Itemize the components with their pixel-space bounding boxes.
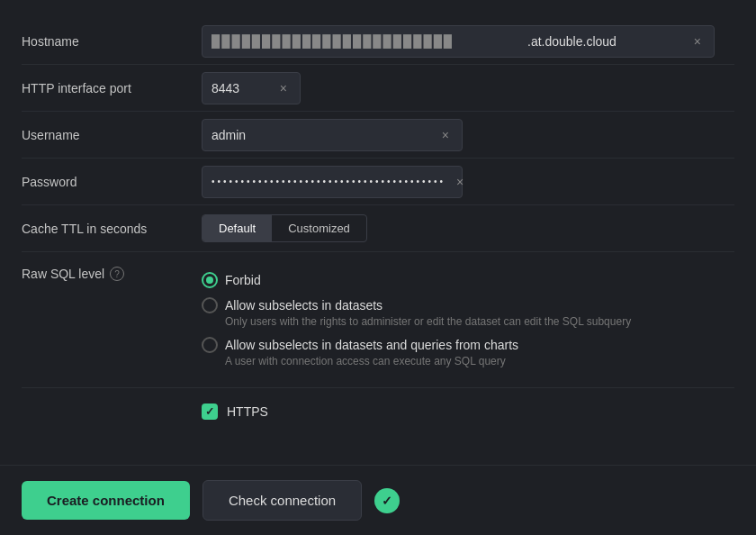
radio-allow-subselects[interactable] xyxy=(202,297,218,313)
cache-ttl-toggle-group: Default Customized xyxy=(202,214,367,242)
check-success-icon: ✓ xyxy=(374,488,400,513)
raw-sql-control: Forbid Allow subselects in datasets Only… xyxy=(202,265,734,375)
radio-option-forbid: Forbid xyxy=(202,272,631,288)
create-connection-button[interactable]: Create connection xyxy=(22,481,190,520)
https-row: ✓ HTTPS xyxy=(22,388,734,435)
radio-allow-all-description: A user with connection access can execut… xyxy=(225,355,631,367)
hostname-suffix: .at.double.cloud xyxy=(527,34,616,49)
raw-sql-label: Raw SQL level ? xyxy=(22,265,202,281)
check-success-checkmark: ✓ xyxy=(382,494,392,508)
http-port-input[interactable]: 8443 × xyxy=(202,72,301,104)
password-label: Password xyxy=(22,175,202,189)
http-port-row: HTTP interface port 8443 × xyxy=(22,65,734,112)
radio-option-all: Allow subselects in datasets and queries… xyxy=(202,337,631,367)
form-container: Hostname ████████████████████████ .at.do… xyxy=(0,0,756,465)
raw-sql-row: Raw SQL level ? Forbid Allow subselects … xyxy=(22,252,734,388)
https-checkbox[interactable]: ✓ xyxy=(202,404,218,420)
username-value: admin xyxy=(212,128,246,142)
hostname-masked-value: ████████████████████████ xyxy=(212,34,454,48)
raw-sql-help-icon[interactable]: ? xyxy=(110,267,124,281)
radio-allow-all-label: Allow subselects in datasets and queries… xyxy=(225,338,518,352)
cache-ttl-control: Default Customized xyxy=(202,214,734,242)
radio-allow-all[interactable] xyxy=(202,337,218,353)
cache-ttl-customized-button[interactable]: Customized xyxy=(272,215,366,241)
check-connection-button[interactable]: Check connection xyxy=(202,480,362,521)
cache-ttl-label: Cache TTL in seconds xyxy=(22,222,202,236)
hostname-control: ████████████████████████ .at.double.clou… xyxy=(202,25,734,58)
radio-allow-subselects-label: Allow subselects in datasets xyxy=(225,298,382,313)
username-label: Username xyxy=(22,128,202,142)
footer: Create connection Check connection ✓ xyxy=(0,465,756,535)
cache-ttl-row: Cache TTL in seconds Default Customized xyxy=(22,205,734,252)
hostname-row: Hostname ████████████████████████ .at.do… xyxy=(22,18,734,65)
username-control: admin × xyxy=(202,119,734,151)
radio-option-subselects: Allow subselects in datasets Only users … xyxy=(202,297,631,328)
hostname-clear-button[interactable]: × xyxy=(690,32,705,50)
radio-forbid[interactable] xyxy=(202,272,218,288)
http-port-value: 8443 xyxy=(212,81,239,95)
https-checkbox-row: ✓ HTTPS xyxy=(202,404,268,420)
password-dots: •••••••••••••••••••••••••••••••••••••••• xyxy=(212,177,446,186)
https-checkmark: ✓ xyxy=(205,405,214,418)
password-input[interactable]: ••••••••••••••••••••••••••••••••••••••••… xyxy=(202,166,463,198)
hostname-label: Hostname xyxy=(22,34,202,49)
radio-allow-subselects-description: Only users with the rights to administer… xyxy=(225,315,631,328)
hostname-input[interactable]: ████████████████████████ .at.double.clou… xyxy=(202,25,715,58)
cache-ttl-default-button[interactable]: Default xyxy=(202,215,272,241)
username-input[interactable]: admin × xyxy=(202,119,463,151)
username-row: Username admin × xyxy=(22,112,734,159)
password-control: ••••••••••••••••••••••••••••••••••••••••… xyxy=(202,166,734,198)
http-port-control: 8443 × xyxy=(202,72,734,104)
http-port-clear-button[interactable]: × xyxy=(276,79,291,97)
radio-forbid-label: Forbid xyxy=(225,273,261,287)
password-row: Password •••••••••••••••••••••••••••••••… xyxy=(22,159,734,205)
https-checkbox-label: HTTPS xyxy=(227,404,268,419)
https-control: ✓ HTTPS xyxy=(202,404,734,420)
password-clear-button[interactable]: × xyxy=(453,173,467,191)
http-port-label: HTTP interface port xyxy=(22,81,202,95)
username-clear-button[interactable]: × xyxy=(438,126,453,144)
raw-sql-radio-group: Forbid Allow subselects in datasets Only… xyxy=(202,265,631,375)
